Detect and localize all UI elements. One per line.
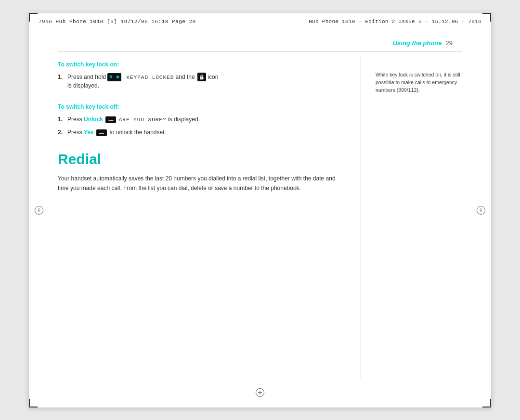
step-number: 1. <box>58 73 67 81</box>
page-number: 29 <box>446 39 453 47</box>
header-rule <box>58 51 462 52</box>
registration-mark-left <box>34 205 44 216</box>
header-top: 7916 Hub Phone 1010 [6] 19/12/06 16:18 P… <box>29 13 491 30</box>
press-label: Press <box>67 116 84 123</box>
yes-label: Yes <box>84 129 94 136</box>
section-header-right: Using the phone 29 <box>393 39 453 47</box>
redial-title: Redial <box>58 151 341 167</box>
lock-icon <box>197 73 206 81</box>
hash-key-button: # ☻ <box>107 73 121 81</box>
yes-button-icon <box>96 129 107 136</box>
registration-mark-bottom <box>255 387 265 398</box>
switch-on-step1-text: Press and hold # ☻ . KEYPAD LOCKED and t… <box>67 73 341 90</box>
is-displayed-text: is displayed. <box>168 116 200 123</box>
switch-off-step1: 1. Press Unlock ARE YOU SURE? is display… <box>58 115 341 124</box>
right-column: While key lock is switched on, it is sti… <box>366 56 462 379</box>
registration-mark-right <box>476 205 486 216</box>
header-top-center-text: Hub Phone 1010 – Edition 2 Issue 5 – 15.… <box>309 19 481 25</box>
step-number-1: 1. <box>58 115 67 124</box>
step1-mid: . KEYPAD LOCKED and the <box>123 74 196 80</box>
are-you-sure-text: ARE YOU SURE? <box>119 117 167 123</box>
switch-off-step1-text: Press Unlock ARE YOU SURE? is displayed. <box>67 115 341 124</box>
redial-section: Redial Your handset automatically saves … <box>58 151 341 193</box>
header-top-left-text: 7916 Hub Phone 1010 [6] 19/12/06 16:18 P… <box>39 19 196 25</box>
redial-body: Your handset automatically saves the las… <box>58 174 341 193</box>
switch-on-step1: 1. Press and hold # ☻ . KEYPAD LOCKED an… <box>58 73 341 90</box>
page: 7916 Hub Phone 1010 [6] 19/12/06 16:18 P… <box>29 13 491 407</box>
step1-pre: Press and hold <box>67 74 107 80</box>
unlock-handset-text: to unlock the handset. <box>109 129 166 136</box>
press-yes-pre: Press <box>67 129 84 136</box>
switch-off-step2-text: Press Yes to unlock the handset. <box>67 128 341 137</box>
unlock-label: Unlock <box>84 116 103 123</box>
switch-off-heading: To switch key lock off: <box>58 103 341 110</box>
corner-mark-br <box>482 399 491 407</box>
switch-off-step2: 2. Press Yes to unlock the handset. <box>58 128 341 137</box>
sidebar-note: While key lock is switched on, it is sti… <box>376 71 462 94</box>
left-column: To switch key lock on: 1. Press and hold… <box>58 56 356 379</box>
svg-point-1 <box>201 78 202 79</box>
step-number-2: 2. <box>58 128 67 137</box>
switch-on-heading: To switch key lock on: <box>58 61 341 68</box>
vertical-divider <box>361 56 361 379</box>
section-title: Using the phone <box>393 39 442 47</box>
corner-mark-bl <box>29 399 38 407</box>
minus-button-icon <box>105 116 116 123</box>
main-content: To switch key lock on: 1. Press and hold… <box>58 56 462 379</box>
